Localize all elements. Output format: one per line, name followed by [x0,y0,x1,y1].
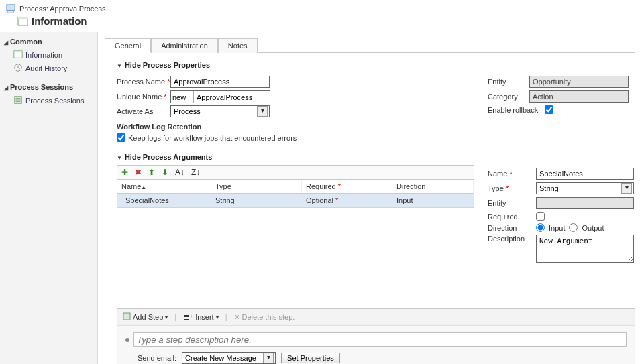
grid-col-required[interactable]: Required [302,180,392,193]
tab-notes[interactable]: Notes [218,38,258,53]
entity-value [529,76,629,88]
arg-type-select[interactable]: String [536,182,634,194]
sidebar-item-label: Audit History [25,64,67,72]
grid-cell-name: SpecialNotes [121,196,215,204]
process-icon [5,3,16,14]
process-name-label: Process Name [117,78,170,86]
arg-direction-input-radio[interactable] [536,223,545,232]
sidebar-item-information[interactable]: Information [4,48,93,62]
svg-rect-3 [18,17,28,19]
enable-rollback-label: Enable rollback [488,106,545,114]
arg-direction-output-radio[interactable] [569,223,578,232]
send-email-label: Send email: [138,354,176,362]
category-value [529,90,629,103]
unique-name-input[interactable] [194,91,292,103]
set-properties-button[interactable]: Set Properties [281,353,340,363]
delete-icon: ✕ [234,313,240,322]
info-form-icon [13,50,23,60]
arg-required-label: Required [488,213,536,221]
sidebar-item-label: Process Sessions [25,97,84,105]
process-breadcrumb: Process: ApprovalProcess [19,5,105,13]
arg-name-input[interactable] [536,168,634,180]
history-icon [13,63,23,74]
info-form-icon [17,16,28,27]
grid-cell-direction: Input [396,196,470,204]
sessions-icon [13,95,23,106]
arg-entity-input [536,197,634,209]
sidebar-section-common[interactable]: Common [4,38,93,46]
unique-name-label: Unique Name [117,93,170,101]
activate-as-label: Activate As [117,107,170,115]
arguments-grid: Name▲ Type Required Direction SpecialNot… [117,179,474,296]
sidebar-section-process-sessions[interactable]: Process Sessions [4,83,93,91]
add-step-button[interactable]: Add Step ▾ [120,312,170,322]
svg-rect-0 [7,5,15,11]
svg-rect-1 [8,11,14,13]
tab-general[interactable]: General [105,38,151,53]
steps-toolbar: Add Step ▾ | ≣⁺ Insert ▾ | ✕ Delete this… [117,309,635,325]
arg-direction-input-label: Input [549,224,565,232]
step-description-input[interactable] [133,332,627,347]
page-title: Information [32,15,87,27]
category-label: Category [488,93,529,101]
step-bullet-icon [125,338,129,342]
arg-entity-label: Entity [488,199,536,207]
arg-direction-label: Direction [488,224,536,232]
insert-step-button[interactable]: ≣⁺ Insert ▾ [180,312,221,322]
grid-row[interactable]: SpecialNotes String Optional Input [117,194,474,208]
sort-desc-button[interactable]: Z↓ [191,168,200,177]
workflow-log-retention-label: Workflow Log Retention [117,123,474,131]
grid-col-type[interactable]: Type [211,180,302,193]
chevron-down-icon: ▾ [216,314,219,320]
svg-rect-8 [123,313,130,320]
chevron-down-icon: ▾ [165,314,168,320]
arg-type-label: Type [488,184,536,192]
activate-as-select[interactable]: Process [170,105,270,117]
grid-cell-type: String [215,196,306,204]
arg-description-input[interactable]: New Argument [536,235,634,263]
process-name-input[interactable] [170,76,270,88]
add-argument-button[interactable]: ✚ [121,168,128,177]
arguments-toolbar: ✚ ✖ ⬆ ⬇ A↓ Z↓ [117,165,474,179]
tab-administration[interactable]: Administration [151,38,218,53]
add-step-icon [123,312,131,322]
section-process-arguments[interactable]: Hide Process Arguments [117,153,635,161]
sort-asc-button[interactable]: A↓ [175,168,184,177]
grid-cell-required: Optional [306,196,396,204]
section-process-properties[interactable]: Hide Process Properties [117,61,635,69]
sidebar-item-label: Information [25,51,62,59]
main-content: General Administration Notes Hide Proces… [98,32,642,364]
grid-col-direction[interactable]: Direction [392,180,474,193]
sidebar-item-audit-history[interactable]: Audit History [4,62,93,75]
unique-name-prefix [171,91,194,103]
keep-logs-label: Keep logs for workflow jobs that encount… [128,134,297,142]
move-up-button[interactable]: ⬆ [148,168,155,177]
entity-label: Entity [488,78,529,86]
sidebar: Common Information Audit History Process… [0,32,98,364]
arg-description-label: Description [488,235,536,243]
svg-rect-5 [14,51,22,53]
move-down-button[interactable]: ⬇ [162,168,168,177]
tabstrip: General Administration Notes [105,38,635,53]
enable-rollback-checkbox[interactable] [545,105,553,114]
send-email-select[interactable]: Create New Message [182,352,276,364]
separator: | [174,313,176,321]
delete-argument-button[interactable]: ✖ [135,168,142,177]
sidebar-item-process-sessions[interactable]: Process Sessions [4,94,93,107]
separator: | [225,313,227,321]
page-header: Process: ApprovalProcess Information [0,0,642,32]
arg-required-checkbox[interactable] [536,212,545,221]
arg-name-label: Name [488,170,536,178]
arg-direction-output-label: Output [582,224,604,232]
delete-step-button[interactable]: ✕ Delete this step. [231,312,298,322]
insert-icon: ≣⁺ [183,313,193,322]
keep-logs-checkbox[interactable] [117,133,125,142]
grid-col-name[interactable]: Name▲ [117,180,211,193]
